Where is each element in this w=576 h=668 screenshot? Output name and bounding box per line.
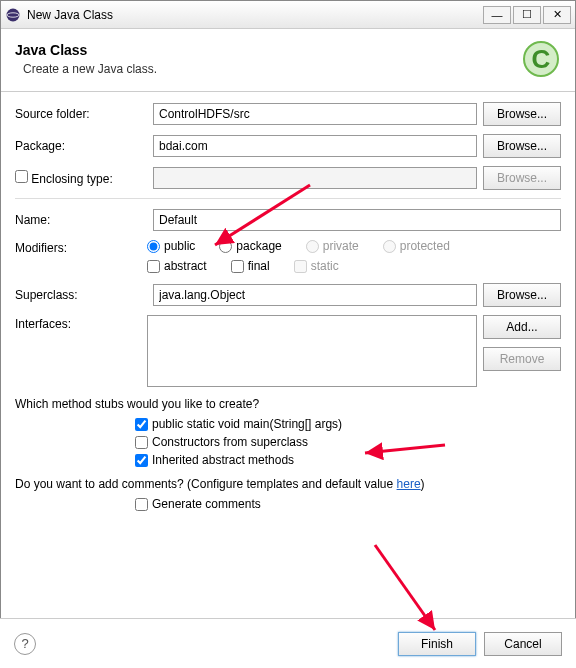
- generate-comments[interactable]: Generate comments: [135, 497, 561, 511]
- browse-superclass-button[interactable]: Browse...: [483, 283, 561, 307]
- header-title: Java Class: [15, 42, 521, 58]
- source-folder-input[interactable]: [153, 103, 477, 125]
- modifier-package[interactable]: package: [219, 239, 281, 253]
- finish-button[interactable]: Finish: [398, 632, 476, 656]
- stub-main[interactable]: public static void main(String[] args): [135, 417, 561, 431]
- package-input[interactable]: [153, 135, 477, 157]
- browse-package-button[interactable]: Browse...: [483, 134, 561, 158]
- browse-enclosing-button: Browse...: [483, 166, 561, 190]
- dialog-footer: ? Finish Cancel: [0, 618, 576, 668]
- interfaces-label: Interfaces:: [15, 315, 147, 331]
- stubs-question: Which method stubs would you like to cre…: [15, 397, 561, 411]
- svg-text:C: C: [532, 44, 551, 74]
- window-title: New Java Class: [27, 8, 483, 22]
- modifier-static: static: [294, 259, 339, 273]
- stub-inherited[interactable]: Inherited abstract methods: [135, 453, 561, 467]
- remove-interface-button: Remove: [483, 347, 561, 371]
- configure-link[interactable]: here: [397, 477, 421, 491]
- eclipse-icon: [5, 7, 21, 23]
- maximize-button[interactable]: ☐: [513, 6, 541, 24]
- stub-constructors[interactable]: Constructors from superclass: [135, 435, 561, 449]
- superclass-input[interactable]: [153, 284, 477, 306]
- browse-source-button[interactable]: Browse...: [483, 102, 561, 126]
- enclosing-type-check[interactable]: Enclosing type:: [15, 172, 113, 186]
- title-bar: New Java Class — ☐ ✕: [1, 1, 575, 29]
- modifiers-label: Modifiers:: [15, 239, 147, 255]
- modifier-abstract[interactable]: abstract: [147, 259, 207, 273]
- close-button[interactable]: ✕: [543, 6, 571, 24]
- modifier-protected: protected: [383, 239, 450, 253]
- dialog-header: Java Class Create a new Java class. C: [1, 29, 575, 92]
- source-folder-label: Source folder:: [15, 107, 147, 121]
- modifier-final[interactable]: final: [231, 259, 270, 273]
- modifier-private: private: [306, 239, 359, 253]
- cancel-button[interactable]: Cancel: [484, 632, 562, 656]
- add-interface-button[interactable]: Add...: [483, 315, 561, 339]
- superclass-label: Superclass:: [15, 288, 147, 302]
- interfaces-list[interactable]: [147, 315, 477, 387]
- help-button[interactable]: ?: [14, 633, 36, 655]
- modifier-public[interactable]: public: [147, 239, 195, 253]
- minimize-button[interactable]: —: [483, 6, 511, 24]
- comments-question: Do you want to add comments? (Configure …: [15, 477, 561, 491]
- class-icon: C: [521, 39, 561, 79]
- name-label: Name:: [15, 213, 147, 227]
- header-subtitle: Create a new Java class.: [23, 62, 521, 76]
- name-input[interactable]: [153, 209, 561, 231]
- enclosing-type-input: [153, 167, 477, 189]
- package-label: Package:: [15, 139, 147, 153]
- svg-point-0: [7, 8, 20, 21]
